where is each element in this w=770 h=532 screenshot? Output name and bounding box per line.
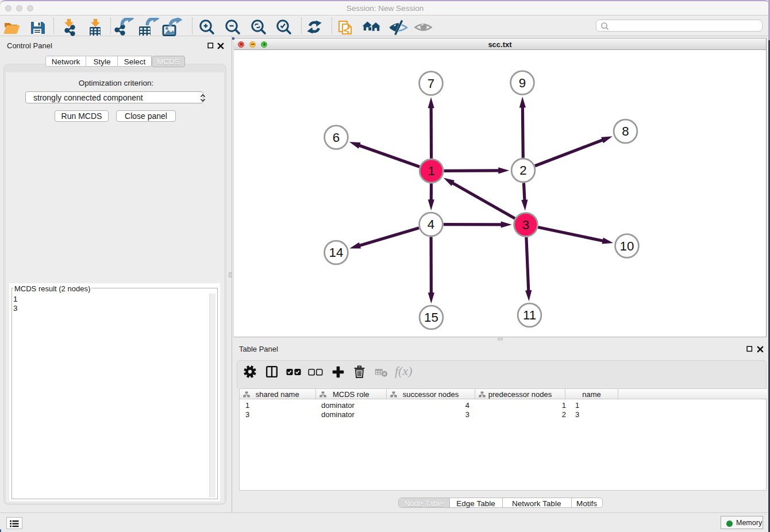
svg-text:7: 7: [428, 76, 434, 91]
svg-text:8: 8: [622, 124, 629, 138]
svg-text:6: 6: [333, 130, 340, 145]
svg-text:14: 14: [329, 245, 344, 260]
svg-text:2: 2: [519, 163, 526, 178]
svg-text:3: 3: [522, 218, 529, 232]
svg-text:4: 4: [428, 217, 434, 232]
svg-text:10: 10: [620, 239, 634, 253]
svg-text:11: 11: [523, 308, 536, 322]
svg-text:1: 1: [428, 164, 434, 178]
svg-text:15: 15: [424, 310, 438, 325]
svg-text:9: 9: [519, 76, 526, 90]
